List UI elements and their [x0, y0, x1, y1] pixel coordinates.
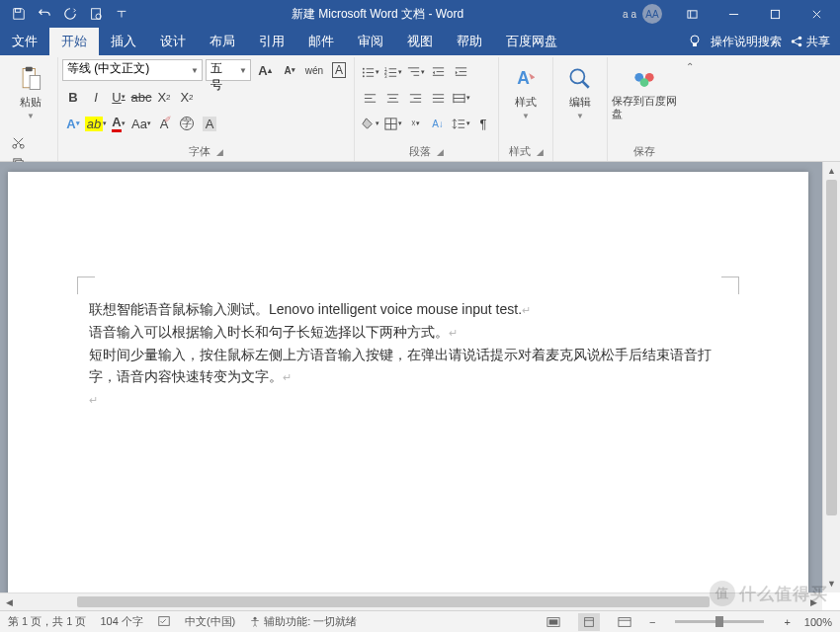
paragraph-launcher-icon[interactable]: ◢	[437, 147, 444, 157]
styles-launcher-icon[interactable]: ◢	[537, 147, 544, 157]
focus-mode-icon[interactable]	[543, 613, 564, 631]
numbering-icon[interactable]: 123▾	[381, 61, 403, 83]
accessibility-indicator[interactable]: 辅助功能: 一切就绪	[249, 614, 357, 629]
bullets-icon[interactable]: ▾	[359, 61, 380, 83]
close-button[interactable]	[797, 0, 836, 28]
change-case-icon[interactable]: Aa▾	[130, 113, 152, 134]
show-marks-icon[interactable]: ¶	[472, 113, 494, 134]
web-layout-icon[interactable]	[614, 613, 635, 631]
justify-icon[interactable]	[427, 87, 449, 109]
group-styles: A 样式 ▼ 样式◢	[499, 57, 553, 161]
tab-home[interactable]: 开始	[49, 28, 99, 55]
scroll-right-icon[interactable]: ▶	[804, 597, 822, 607]
clear-formatting-icon[interactable]: A✐	[153, 113, 175, 134]
text-size-indicator[interactable]: a a	[623, 9, 636, 20]
scroll-left-icon[interactable]: ◀	[0, 597, 18, 607]
shrink-font-icon[interactable]: A▾	[279, 59, 300, 81]
document-content[interactable]: 联想智能语音鼠标输入测试。Lenovo intelligent voice mo…	[89, 298, 727, 411]
editing-button[interactable]: 编辑 ▼	[557, 59, 603, 126]
phonetic-guide-icon[interactable]: wén	[303, 59, 325, 81]
tab-design[interactable]: 设计	[148, 28, 198, 55]
qat-customize-icon[interactable]	[111, 3, 132, 25]
tab-baidu[interactable]: 百度网盘	[494, 28, 569, 55]
font-launcher-icon[interactable]: ◢	[216, 147, 223, 157]
zoom-in-icon[interactable]: +	[784, 616, 790, 628]
bold-button[interactable]: B	[62, 86, 84, 108]
zoom-slider[interactable]	[675, 620, 764, 623]
styles-button[interactable]: A 样式 ▼	[503, 59, 548, 126]
grow-font-icon[interactable]: A▴	[254, 59, 276, 81]
tellme-label[interactable]: 操作说明搜索	[711, 34, 782, 50]
ribbon: 粘贴 ▼ 剪贴板◢ 等线 (中文正文)▼ 五号▼ A▴ A▾ wén A B	[0, 55, 840, 162]
redo-icon[interactable]	[59, 3, 81, 25]
font-size-select[interactable]: 五号▼	[206, 59, 251, 81]
scroll-up-icon[interactable]: ▲	[823, 162, 840, 180]
tab-mail[interactable]: 邮件	[296, 28, 346, 55]
page-indicator[interactable]: 第 1 页，共 1 页	[8, 614, 86, 629]
subscript-button[interactable]: X2	[153, 86, 175, 108]
asian-layout-icon[interactable]: ☓▾	[404, 113, 426, 134]
page[interactable]: 联想智能语音鼠标输入测试。Lenovo intelligent voice mo…	[8, 172, 808, 592]
paragraph-mark-icon: ↵	[89, 394, 98, 406]
print-preview-icon[interactable]	[85, 3, 107, 25]
font-color-icon[interactable]: A▾	[108, 113, 129, 134]
svg-rect-5	[771, 10, 779, 18]
italic-button[interactable]: I	[85, 86, 107, 108]
horizontal-scrollbar[interactable]: ◀ ▶	[0, 592, 822, 610]
scroll-down-icon[interactable]: ▼	[823, 575, 840, 592]
align-right-icon[interactable]	[404, 87, 426, 109]
vscroll-thumb[interactable]	[826, 180, 837, 515]
hscroll-thumb[interactable]	[77, 596, 710, 607]
zoom-out-icon[interactable]: −	[649, 616, 655, 628]
language-indicator[interactable]: 中文(中国)	[185, 614, 235, 629]
save-baidu-button[interactable]: 保存到百度网盘	[612, 59, 677, 126]
tab-layout[interactable]: 布局	[198, 28, 247, 55]
cut-icon[interactable]	[8, 132, 28, 152]
tab-file[interactable]: 文件	[0, 28, 49, 55]
tab-references[interactable]: 引用	[247, 28, 296, 55]
spellcheck-icon[interactable]	[157, 614, 171, 630]
shading-icon[interactable]: ▾	[359, 113, 380, 134]
superscript-button[interactable]: X2	[176, 86, 198, 108]
distributed-icon[interactable]: ▾	[450, 87, 471, 109]
text-effects-icon[interactable]: A ▾	[62, 113, 84, 134]
multilevel-list-icon[interactable]: ▾	[404, 61, 426, 83]
svg-rect-3	[687, 10, 696, 17]
collapse-ribbon-icon[interactable]: ⌃	[681, 57, 699, 72]
svg-text:3: 3	[383, 74, 386, 79]
borders-icon[interactable]: ▾	[381, 113, 403, 134]
enclose-char-icon[interactable]: 字	[176, 113, 198, 134]
tab-help[interactable]: 帮助	[445, 28, 494, 55]
maximize-button[interactable]	[755, 0, 795, 28]
highlight-icon[interactable]: ab▾	[85, 113, 107, 134]
vertical-scrollbar[interactable]: ▲ ▼	[822, 162, 840, 592]
paragraph-mark-icon: ↵	[522, 304, 531, 316]
ribbon-display-icon[interactable]	[672, 0, 712, 28]
word-count[interactable]: 104 个字	[100, 614, 142, 629]
increase-indent-icon[interactable]	[450, 61, 471, 83]
print-layout-icon[interactable]	[578, 613, 600, 631]
underline-button[interactable]: U ▾	[108, 86, 129, 108]
paste-button[interactable]: 粘贴 ▼	[8, 59, 53, 126]
align-center-icon[interactable]	[381, 87, 403, 109]
tab-view[interactable]: 视图	[395, 28, 445, 55]
char-shading-icon[interactable]: A	[199, 113, 220, 134]
svg-point-28	[362, 71, 364, 73]
char-border-icon[interactable]: A	[328, 59, 350, 81]
save-icon[interactable]	[8, 3, 30, 25]
strikethrough-button[interactable]: abc	[130, 86, 152, 108]
font-name-select[interactable]: 等线 (中文正文)▼	[62, 59, 203, 81]
tab-review[interactable]: 审阅	[346, 28, 395, 55]
tab-insert[interactable]: 插入	[99, 28, 148, 55]
align-left-icon[interactable]	[359, 87, 380, 109]
zoom-slider-thumb[interactable]	[715, 616, 723, 627]
share-button[interactable]: 共享	[790, 34, 830, 50]
decrease-indent-icon[interactable]	[427, 61, 449, 83]
sort-icon[interactable]: A↓	[427, 113, 449, 134]
zoom-level[interactable]: 100%	[804, 616, 832, 628]
display-settings-icon[interactable]: AA	[642, 4, 662, 24]
minimize-button[interactable]	[714, 0, 753, 28]
svg-point-26	[362, 67, 364, 69]
line-spacing-icon[interactable]: ▾	[450, 113, 471, 134]
undo-icon[interactable]	[34, 3, 55, 25]
